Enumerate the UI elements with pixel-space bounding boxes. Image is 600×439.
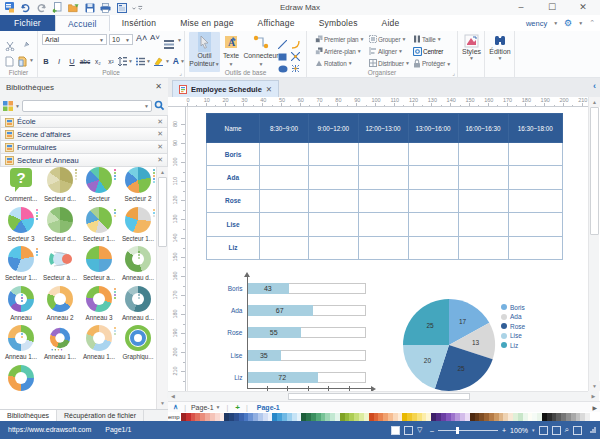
- edition-button[interactable]: Édition▼: [486, 34, 514, 61]
- search-input[interactable]: ▼: [22, 100, 152, 112]
- horizontal-scrollbar-thumb[interactable]: [288, 393, 470, 400]
- qat-more-icon[interactable]: [132, 2, 143, 13]
- collapse-pagebar-icon[interactable]: ∧: [173, 403, 178, 411]
- search-input-caret-icon[interactable]: ▼: [144, 103, 149, 109]
- gallery-item[interactable]: Anneau d...: [119, 286, 157, 321]
- undo-icon[interactable]: [20, 2, 31, 13]
- gallery-item[interactable]: Secteur à ...: [41, 246, 79, 281]
- tab-ins-rtion[interactable]: Insértion: [110, 15, 168, 31]
- gear-icon[interactable]: ⚙: [564, 18, 572, 28]
- library-item-école[interactable]: École ✕: [0, 115, 168, 128]
- gallery-item[interactable]: Secteur 1...: [80, 207, 118, 242]
- library-item-close-icon[interactable]: ✕: [157, 143, 163, 151]
- strikethrough-button[interactable]: abc: [79, 58, 91, 65]
- tab-aide[interactable]: Aide: [370, 15, 412, 31]
- employee-schedule-table[interactable]: Name8:30~9:009:00~12:0012:00~13:0013:00~…: [206, 113, 563, 260]
- gallery-item[interactable]: ?Comment...: [2, 167, 40, 202]
- zoom-slider[interactable]: [438, 430, 498, 431]
- arrange-protéger[interactable]: Protéger▼: [413, 59, 451, 68]
- horizontal-scrollbar[interactable]: ◀: [168, 391, 588, 401]
- scroll-down-icon[interactable]: ▼: [589, 381, 600, 391]
- document-tab[interactable]: Employee Schedule ✕: [172, 80, 279, 97]
- line-spacing-caret-icon[interactable]: ▼: [128, 58, 133, 64]
- view-pan-icon[interactable]: [404, 426, 413, 435]
- arrange-centrer[interactable]: Centrer: [413, 47, 443, 56]
- gallery-scroll-down-icon[interactable]: ▼: [157, 398, 168, 408]
- collapse-ribbon-icon[interactable]: ⌃: [589, 19, 595, 27]
- zoom-out-icon[interactable]: –: [430, 427, 434, 434]
- fit-page-icon[interactable]: [539, 426, 548, 435]
- character-spacing-icon[interactable]: [164, 35, 174, 53]
- zoom-in-icon[interactable]: +: [502, 427, 506, 434]
- line-spacing-icon[interactable]: [118, 52, 127, 70]
- gallery-scroll-up-icon[interactable]: ▲: [157, 167, 168, 177]
- gallery-item[interactable]: Anneau 1...: [2, 325, 40, 360]
- paste-caret-icon[interactable]: ▼: [29, 57, 34, 63]
- gallery-item[interactable]: Secteur d...: [41, 167, 79, 202]
- gallery-item[interactable]: Secteur 1...: [2, 246, 40, 281]
- font-color-icon[interactable]: A: [173, 56, 179, 66]
- tab-fichier[interactable]: Fichier: [0, 15, 55, 31]
- app-logo-icon[interactable]: [4, 2, 15, 13]
- grow-font-icon[interactable]: A˄: [136, 33, 147, 43]
- gallery-item[interactable]: Anneau d...: [119, 246, 157, 281]
- font-size-combo[interactable]: 10▼: [109, 34, 133, 45]
- scroll-right-icon[interactable]: ▶: [588, 391, 599, 401]
- gallery-item[interactable]: Graphiqu...: [119, 325, 157, 360]
- view-normal-icon[interactable]: [391, 426, 400, 435]
- character-spacing-caret-icon[interactable]: ▼: [177, 37, 182, 43]
- view-filter-icon[interactable]: ▽: [417, 426, 426, 435]
- bold-button[interactable]: B: [40, 57, 52, 66]
- police-dialog-launcher[interactable]: ⌟: [179, 70, 182, 76]
- gallery-item[interactable]: Secteur 1...: [119, 207, 157, 242]
- italic-button[interactable]: I: [53, 57, 65, 66]
- maximize-button[interactable]: ☐: [547, 3, 557, 12]
- arrange-grouper[interactable]: Grouper▼: [369, 35, 406, 43]
- gallery-item[interactable]: [2, 365, 40, 393]
- arrange-taille[interactable]: Taille▼: [413, 35, 442, 43]
- page-list-dropdown[interactable]: Page-1 ▼: [191, 404, 221, 411]
- gallery-item[interactable]: Anneau: [2, 286, 40, 321]
- ellipse-tool-icon[interactable]: [278, 59, 288, 77]
- library-item-close-icon[interactable]: ✕: [157, 118, 163, 126]
- library-item-close-icon[interactable]: ✕: [157, 156, 163, 164]
- library-item-formulaires[interactable]: Formulaires ✕: [0, 141, 168, 154]
- gallery-item[interactable]: Secteur a...: [80, 246, 118, 281]
- library-item-secteur-et-anneau[interactable]: Secteur et Anneau ✕: [0, 154, 168, 167]
- subscript-button[interactable]: x₂: [92, 58, 104, 65]
- library-panel-close-icon[interactable]: ✕: [155, 82, 162, 91]
- page-tab-page1[interactable]: Page-1: [257, 404, 280, 411]
- gallery-item[interactable]: Secteur: [80, 167, 118, 202]
- open-icon[interactable]: [68, 2, 79, 13]
- scroll-left-icon[interactable]: ◀: [168, 392, 178, 401]
- library-menu-caret-icon[interactable]: ▼: [15, 103, 20, 109]
- arrange-arrière-plan[interactable]: Arrière-plan▼: [315, 47, 362, 55]
- anchor-tool-icon[interactable]: [291, 59, 300, 77]
- scroll-up-icon[interactable]: ▲: [589, 97, 600, 107]
- save-icon[interactable]: [84, 2, 95, 13]
- pointer-tool-button[interactable]: OutilPointeur▼: [189, 32, 220, 72]
- gallery-item[interactable]: Anneau 1...: [41, 325, 79, 360]
- arrange-premier-plan[interactable]: Premier plan▼: [315, 35, 364, 43]
- redo-icon[interactable]: [36, 2, 47, 13]
- fullscreen-icon[interactable]: [573, 426, 582, 435]
- underline-button[interactable]: U: [66, 57, 78, 66]
- minimize-button[interactable]: –: [516, 3, 526, 12]
- connector-tool-button[interactable]: Connecteur▼: [243, 32, 279, 72]
- zoom-level[interactable]: 100%: [510, 427, 528, 434]
- search-icon[interactable]: [154, 97, 165, 115]
- document-tab-close-icon[interactable]: ✕: [266, 85, 272, 94]
- library-item-close-icon[interactable]: ✕: [157, 130, 163, 138]
- tab-symboles[interactable]: Symboles: [307, 15, 370, 31]
- vertical-scrollbar-thumb[interactable]: [590, 107, 599, 235]
- vertical-scrollbar[interactable]: ▲ ▼: [588, 97, 599, 391]
- page-scroll-right-icon[interactable]: ▶: [592, 404, 597, 411]
- copy-icon[interactable]: [5, 53, 14, 71]
- user-caret-icon[interactable]: ▼: [553, 20, 558, 26]
- add-page-icon[interactable]: +: [235, 403, 240, 412]
- status-url[interactable]: https://www.edrawsoft.com: [8, 426, 91, 433]
- gallery-item[interactable]: Anneau 2: [41, 286, 79, 321]
- library-item-scène-d-affaires[interactable]: Scène d'affaires ✕: [0, 128, 168, 141]
- gallery-item[interactable]: Secteur d...: [41, 207, 79, 242]
- arrange-rotation[interactable]: Rotation▼: [315, 59, 353, 67]
